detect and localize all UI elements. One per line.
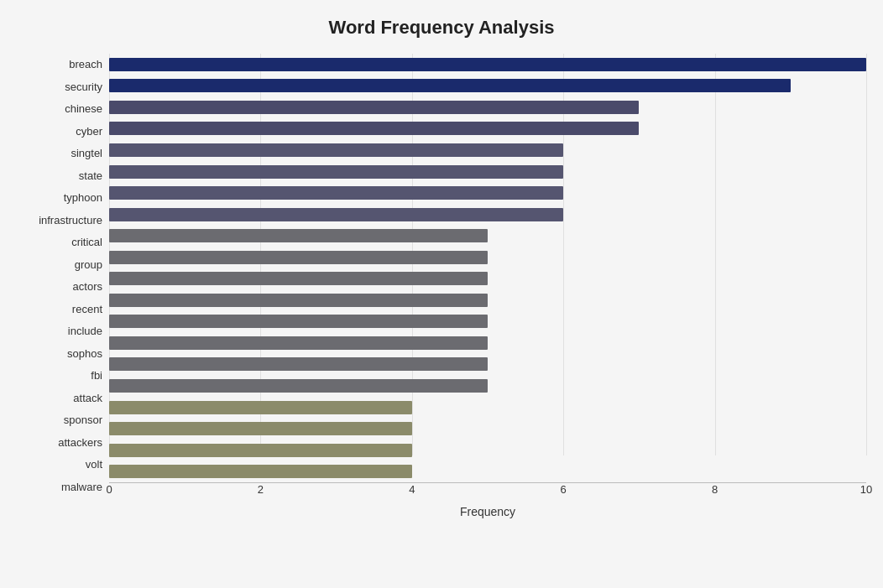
bar [109,357,488,371]
bar [109,465,412,478]
y-label: malware [17,476,109,497]
y-label: actors [17,276,109,297]
bar [109,336,488,350]
bar [109,122,639,135]
y-label: breach [17,54,109,75]
y-label: cyber [17,121,109,142]
x-tick: 10 [860,483,872,496]
y-label: critical [17,232,109,252]
x-tick: 6 [561,483,567,496]
bar-row [109,375,866,397]
bar-row [109,268,866,289]
bar-row [109,182,866,204]
y-label: attack [17,388,109,408]
bar [109,379,488,393]
bar [109,229,488,242]
chart-area: breachsecuritychinesecybersingtelstatety… [17,54,866,524]
y-label: include [17,320,109,341]
x-tick: 8 [712,483,718,496]
y-label: group [17,254,109,275]
y-label: attackers [17,432,109,453]
bar-row [109,96,866,118]
x-axis: 0246810 Frequency [109,482,866,524]
bar-row [109,75,866,97]
bar-row [109,418,866,440]
gridline [866,54,867,455]
bar-row [109,139,866,161]
y-label: sophos [17,343,109,364]
chart-title: Word Frequency Analysis [17,17,866,39]
bar [109,58,866,71]
bar [109,444,412,457]
bar [109,143,563,157]
bar-row [109,289,866,311]
bar-row [109,311,866,333]
bar [109,422,412,435]
bar [109,79,791,92]
bar-row [109,247,866,268]
bar [109,401,412,414]
bar [109,294,488,307]
y-label: recent [17,299,109,320]
bar [109,251,488,264]
x-axis-label: Frequency [109,505,866,518]
y-label: sponsor [17,409,109,430]
bar [109,272,488,285]
y-label: typhoon [17,187,109,208]
chart-container: Word Frequency Analysis breachsecuritych… [0,0,883,588]
x-tick: 4 [409,483,415,496]
y-labels: breachsecuritychinesecybersingtelstatety… [17,54,109,524]
bars-section: 0246810 Frequency [109,54,866,524]
bar-row [109,332,866,354]
bar-row [109,204,866,226]
bar-row [109,54,866,75]
y-label: volt [17,454,109,475]
y-label: chinese [17,98,109,119]
x-tick: 0 [106,483,112,496]
bar-row [109,354,866,376]
bar-row [109,461,866,482]
y-label: state [17,165,109,186]
bar [109,165,563,179]
bar [109,208,563,221]
bar-row [109,118,866,140]
y-label: security [17,76,109,97]
y-label: fbi [17,365,109,386]
bar-row [109,225,866,247]
bar [109,101,639,114]
y-label: infrastructure [17,210,109,231]
bar-row [109,161,866,183]
bar [109,186,563,200]
bars-wrapper [109,54,866,482]
y-label: singtel [17,143,109,164]
bar-row [109,440,866,461]
bar [109,315,488,328]
bar-row [109,397,866,419]
x-tick: 2 [258,483,264,496]
